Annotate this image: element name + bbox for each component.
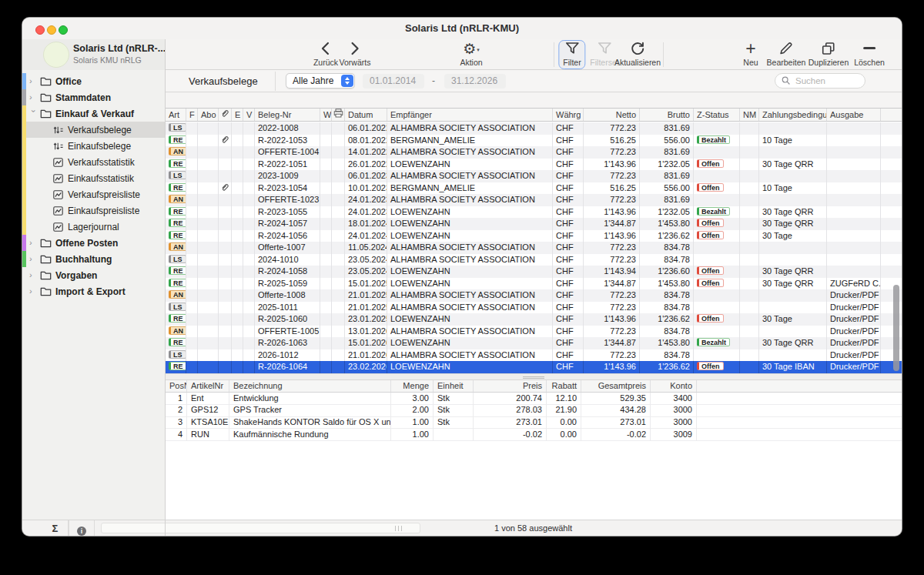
detail-col-header-rabatt[interactable]: Rabatt (547, 380, 581, 392)
detail-col-header-preis[interactable]: Preis (474, 380, 547, 392)
col-header-v[interactable]: V (243, 109, 255, 121)
close-button[interactable] (35, 25, 45, 35)
table-row[interactable]: ANOfferte-100711.05.2024ALHAMBRA SOCIETY… (166, 242, 902, 254)
disclosure-chevron-icon[interactable]: › (29, 73, 37, 89)
detail-col-header-gesamt[interactable]: Gesamtpreis (581, 380, 651, 392)
pane-splitter[interactable] (166, 373, 902, 380)
sidebar-item-buchhaltung[interactable]: ›Buchhaltung (22, 251, 165, 267)
new-button[interactable]: + Neu (743, 41, 758, 68)
search-input[interactable] (794, 75, 859, 86)
col-header-waehrung[interactable]: Währg (553, 109, 584, 121)
col-header-brutto[interactable]: Brutto (640, 109, 694, 121)
year-filter-select[interactable]: Alle Jahre (286, 73, 355, 89)
sidebar-item-verkaufsstatistik[interactable]: Verkaufsstatistik (22, 154, 165, 170)
detail-col-header-konto[interactable]: Konto (651, 380, 697, 392)
table-row[interactable]: LS2022-100806.01.2022ALHAMBRA SOCIETY AS… (166, 122, 902, 135)
col-header-abo[interactable]: Abo (198, 109, 219, 121)
sum-button[interactable]: Σ (42, 520, 69, 536)
table-row[interactable]: LS2023-100906.01.2023ALHAMBRA SOCIETY AS… (166, 170, 902, 182)
minimize-button[interactable] (47, 25, 56, 35)
col-header-print[interactable] (332, 109, 345, 121)
col-header-netto[interactable]: Netto (584, 109, 640, 121)
vertical-scrollbar[interactable] (893, 285, 899, 371)
company-header[interactable]: Solaris Ltd (nRLR-... Solaris KMU nRLG (22, 39, 165, 70)
table-row[interactable]: ANOFFERTE-100414.01.2022ALHAMBRA SOCIETY… (166, 146, 902, 159)
sidebar-item-verkaufsbelege[interactable]: Verkaufsbelege (22, 122, 165, 138)
disclosure-chevron-icon[interactable]: › (29, 283, 37, 299)
sidebar-item-einkauf-verkauf[interactable]: ›Einkauf & Verkauf (22, 105, 165, 122)
sidebar-item-einkaufspreisliste[interactable]: Einkaufspreisliste (22, 202, 165, 219)
edit-button[interactable]: Bearbeiten (767, 41, 806, 68)
position-row[interactable]: 3KTSA10EShakeHands KONTOR Saldo für OS X… (166, 417, 902, 430)
sidebar-item-offene-posten[interactable]: ›Offene Posten (22, 235, 165, 251)
zoom-button[interactable] (59, 25, 68, 35)
position-row[interactable]: 4RUNKaufmännische Rundung1.00-0.020.00-0… (166, 429, 902, 441)
position-row[interactable]: 1EntEntwicklung3.00Stk200.7412.10529.353… (166, 393, 902, 405)
col-header-empf[interactable]: Empfänger (387, 109, 553, 121)
col-header-art[interactable]: Art (166, 109, 186, 121)
disclosure-chevron-icon[interactable]: › (29, 89, 37, 105)
table-row[interactable]: RER-2025-105915.01.2025LOEWENZAHNCHF1'34… (166, 278, 902, 290)
table-row[interactable]: RER-2022-105308.01.2022BERGMANN_AMELIECH… (166, 135, 902, 147)
col-header-nm[interactable]: NM (740, 109, 759, 121)
table-row[interactable]: RER-2024-105823.05.2024LOEWENZAHNCHF1'14… (166, 266, 902, 278)
date-to-field[interactable]: 31.12.2026 (444, 74, 506, 89)
duplicate-button[interactable]: Duplizieren (808, 41, 849, 68)
table-row[interactable]: LS2026-101221.01.2026ALHAMBRA SOCIETY AS… (166, 349, 902, 362)
col-header-zahlung[interactable]: Zahlungsbedingu... (759, 109, 827, 121)
detail-col-header-menge[interactable]: Menge (391, 380, 434, 392)
disclosure-chevron-icon[interactable]: › (29, 267, 37, 283)
sidebar-item-einkaufsbelege[interactable]: Einkaufsbelege (22, 138, 165, 154)
col-header-link[interactable] (219, 109, 232, 121)
table-row[interactable]: ANOfferte-100821.01.2025ALHAMBRA SOCIETY… (166, 289, 902, 302)
table-row[interactable]: RER-2023-105410.01.2023BERGMANN_AMELIECH… (166, 182, 902, 195)
col-header-ausgabe[interactable]: Ausgabe (827, 109, 881, 121)
sidebar-item-vorgaben[interactable]: ›Vorgaben (22, 267, 165, 283)
action-button[interactable]: ⚙▾ Aktion (460, 41, 482, 68)
forward-button[interactable]: Vorwärts (340, 41, 371, 68)
col-header-w[interactable]: W (320, 109, 332, 121)
titlebar[interactable]: Solaris Ltd (nRLR-KMU) (22, 18, 902, 39)
sidebar-item-lagerjournal[interactable]: Lagerjournal (22, 219, 165, 235)
delete-button[interactable]: Löschen (854, 41, 885, 68)
table-row[interactable]: RER-2023-105524.01.2023LOEWENZAHNCHF1'14… (166, 206, 902, 219)
table-row[interactable]: RER-2026-106423.02.2026LOEWENZAHNCHF1'14… (166, 361, 902, 373)
detail-col-header-artikel[interactable]: ArtikelNr (187, 380, 229, 392)
info-button[interactable]: i (69, 520, 95, 536)
table-row[interactable]: RER-2022-105126.01.2022LOEWENZAHNCHF1'14… (166, 159, 902, 171)
col-header-zstatus[interactable]: Z-Status (694, 109, 740, 121)
table-row[interactable]: LS2024-101023.05.2024ALHAMBRA SOCIETY AS… (166, 254, 902, 266)
refresh-button[interactable]: Aktualisieren (614, 41, 661, 68)
sidebar-item-import-export[interactable]: ›Import & Export (22, 283, 165, 299)
sidebar-item-einkaufsstatistik[interactable]: Einkaufsstatistik (22, 170, 165, 186)
disclosure-chevron-icon[interactable]: › (25, 110, 42, 118)
col-header-fill[interactable] (881, 109, 902, 121)
sidebar-item-verkaufspreisliste[interactable]: Verkaufspreisliste (22, 186, 165, 202)
search-field[interactable] (775, 73, 865, 89)
sidebar-item-office[interactable]: ›Office (22, 73, 165, 89)
table-row[interactable]: RER-2025-106023.01.2025LOEWENZAHNCHF1'14… (166, 313, 902, 326)
disclosure-chevron-icon[interactable]: › (29, 251, 37, 267)
sidebar-divider[interactable] (165, 39, 166, 536)
detail-col-header-einheit[interactable]: Einheit (434, 380, 474, 392)
table-row[interactable]: RER-2024-105718.01.2024LOEWENZAHNCHF1'34… (166, 218, 902, 230)
position-row[interactable]: 2GPS12GPS Tracker2.00Stk278.0321.90434.2… (166, 405, 902, 417)
table-row[interactable]: ANOFFERTE-100513.01.2026ALHAMBRA SOCIETY… (166, 326, 902, 338)
table-row[interactable]: RER-2024-105624.01.2024LOEWENZAHNCHF1'14… (166, 230, 902, 242)
detail-col-header-bez[interactable]: Bezeichnung (229, 380, 391, 392)
filter-button[interactable]: Filter (558, 40, 585, 69)
table-row[interactable]: ANOFFERTE-102324.01.2023ALHAMBRA SOCIETY… (166, 194, 902, 206)
col-header-beleg[interactable]: Beleg-Nr (255, 109, 320, 121)
col-header-e[interactable]: E (232, 109, 243, 121)
table-row[interactable]: LS2025-101121.01.2025ALHAMBRA SOCIETY AS… (166, 302, 902, 314)
table-row[interactable]: RER-2026-106315.01.2026LOEWENZAHNCHF1'34… (166, 337, 902, 349)
sidebar-item-stammdaten[interactable]: ›Stammdaten (22, 89, 165, 105)
col-header-datum[interactable]: Datum (345, 109, 387, 121)
back-button[interactable]: Zurück (313, 41, 338, 68)
disclosure-chevron-icon[interactable]: › (29, 235, 37, 251)
splitter-grip-icon[interactable] (523, 376, 544, 379)
cell-f (186, 254, 198, 266)
detail-col-header-pos[interactable]: PosNr (166, 380, 187, 392)
col-header-f[interactable]: F (186, 109, 198, 121)
date-from-field[interactable]: 01.01.2014 (363, 74, 424, 89)
